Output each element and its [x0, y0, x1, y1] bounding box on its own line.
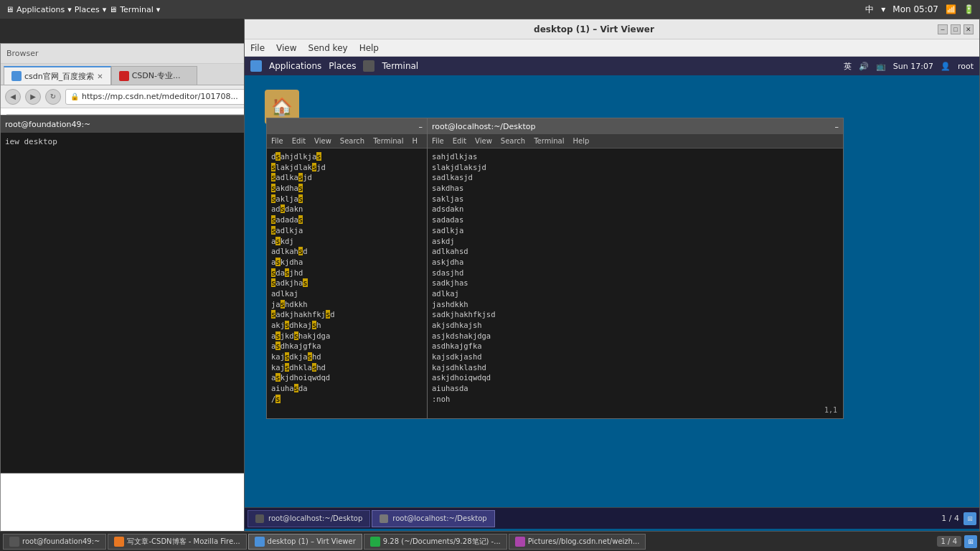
virt-menu-view[interactable]: View	[276, 43, 296, 53]
virt-viewer-controls: – □ ✕	[938, 24, 974, 34]
vm-taskbar-right: 1 / 4 ⊞	[941, 512, 976, 525]
url-text: https://mp.csdn.net/mdeditor/101708...	[82, 92, 238, 101]
vm-terminal-right-menubar: File Edit View Search Terminal Help	[428, 134, 843, 149]
vm-task2-icon	[380, 514, 388, 523]
vm-t2-search[interactable]: Search	[501, 137, 525, 145]
vm-taskbar-item1[interactable]: root@localhost:~/Desktop	[248, 510, 370, 527]
applications-arrow: ▾	[67, 5, 72, 14]
taskbar-item-doc[interactable]: 9.28 (~/Documents/9.28笔记) -...	[364, 534, 507, 550]
vm-terminal-right-title: root@localhost:~/Desktop	[432, 122, 535, 131]
virt-minimize-btn[interactable]: –	[938, 24, 948, 34]
taskbar-virt-icon	[255, 537, 265, 547]
vm-applications-label[interactable]: Applications	[269, 61, 321, 71]
vm-time: Sun 17:07	[893, 62, 933, 71]
vm-t2-minimize[interactable]: –	[835, 122, 839, 131]
tab1-close[interactable]: ✕	[97, 72, 103, 80]
back-button[interactable]: ◀	[5, 89, 21, 105]
terminal-left-title: root@foundation49:~	[5, 120, 90, 129]
virt-menu-help[interactable]: Help	[359, 43, 379, 53]
vm-task2-label: root@localhost:~/Desktop	[392, 514, 486, 522]
vm-screen-icon: 📺	[876, 62, 886, 71]
workspace-switcher-icon[interactable]: ⊞	[964, 535, 977, 548]
taskbar-item-terminal[interactable]: root@foundation49:~	[3, 534, 106, 550]
vm-terminal-label[interactable]: Terminal	[382, 61, 418, 71]
vm-t-minimize[interactable]: –	[419, 122, 423, 131]
vm-terminal-right-body[interactable]: sahjdlkjasslakjdlaksjdsadlkasjdsakdhassa…	[428, 149, 843, 418]
vm-terminal-icon	[363, 60, 374, 72]
taskbar-doc-label: 9.28 (~/Documents/9.28笔记) -...	[383, 537, 501, 547]
applications-menu[interactable]: 🖥 Applications ▾	[6, 5, 72, 14]
vm-t-view[interactable]: View	[314, 137, 331, 145]
vm-terminal-right: root@localhost:~/Desktop – File Edit Vie…	[428, 118, 844, 419]
topbar-right: 中 ▾ Mon 05:07 📶 🔋	[865, 4, 974, 16]
input-arrow: ▾	[881, 4, 885, 14]
input-method[interactable]: 中	[865, 4, 874, 16]
virt-viewer-window: desktop (1) – Virt Viewer – □ ✕ File Vie…	[244, 19, 980, 551]
virt-menu-sendkey[interactable]: Send key	[308, 43, 348, 53]
topbar-left: 🖥 Applications ▾ Places ▾ 🖥 Terminal ▾	[6, 5, 160, 14]
taskbar-firefox-label: 写文章-CSDN博客 - Mozilla Fire...	[127, 537, 240, 547]
terminal-menu[interactable]: 🖥 Terminal ▾	[109, 5, 160, 14]
vm-terminal-left-menubar: File Edit View Search Terminal H	[267, 134, 427, 149]
applications-label: Applications	[17, 5, 65, 14]
vm-desktop: Applications Places Terminal 英 🔊 📺 Sun 1…	[245, 57, 979, 529]
vm-taskbar: root@localhost:~/Desktop root@localhost:…	[245, 507, 979, 529]
vm-t-terminal[interactable]: Terminal	[373, 137, 403, 145]
taskbar-item-pic[interactable]: Pictures//blog.csdn.net/weizh...	[509, 534, 646, 550]
wifi-icon: 📶	[946, 4, 956, 14]
vm-t-edit[interactable]: Edit	[292, 137, 306, 145]
places-arrow: ▾	[103, 5, 107, 14]
lock-icon: 🔒	[70, 93, 79, 100]
virt-maximize-btn[interactable]: □	[951, 24, 961, 34]
vm-t2-terminal[interactable]: Terminal	[534, 137, 564, 145]
browser-tab-2[interactable]: CSDN-专业...	[111, 66, 197, 85]
terminal-icon: 🖥	[109, 5, 117, 14]
vm-workspace-icon[interactable]: ⊞	[963, 512, 976, 525]
vm-applications-icon	[250, 60, 262, 72]
taskbar-right: 1 / 4 ⊞	[937, 535, 977, 548]
vm-t-search[interactable]: Search	[340, 137, 364, 145]
vm-terminal-left-titlebar: –	[267, 118, 427, 134]
places-menu[interactable]: Places ▾	[75, 5, 107, 14]
vm-input-method[interactable]: 英	[844, 61, 852, 72]
taskbar-terminal-icon	[9, 537, 19, 547]
terminal-arrow: ▾	[156, 5, 161, 14]
virt-close-btn[interactable]: ✕	[963, 24, 974, 34]
places-label: Places	[75, 5, 100, 14]
vm-page-indicator: 1 / 4	[941, 514, 959, 523]
virt-viewer-titlebar: desktop (1) – Virt Viewer – □ ✕	[245, 19, 979, 39]
vm-terminal-right-titlebar: root@localhost:~/Desktop –	[428, 118, 843, 134]
taskbar-terminal-label: root@foundation49:~	[22, 537, 100, 545]
forward-button[interactable]: ▶	[25, 89, 41, 105]
taskbar-pic-icon	[515, 537, 525, 547]
vm-t-h[interactable]: H	[412, 137, 418, 145]
virt-viewer-title: desktop (1) – Virt Viewer	[250, 24, 938, 34]
taskbar-item-virt[interactable]: desktop (1) – Virt Viewer	[248, 534, 362, 550]
taskbar-virt-label: desktop (1) – Virt Viewer	[268, 537, 356, 545]
vm-user: root	[958, 62, 974, 71]
vm-terminal-left: – File Edit View Search Terminal H dsahj…	[266, 118, 428, 419]
vm-t2-view[interactable]: View	[475, 137, 492, 145]
taskbar-doc-icon	[370, 537, 380, 547]
battery-icon: 🔋	[963, 4, 974, 14]
browser-tab-1[interactable]: csdn官网_百度搜索 ✕	[4, 66, 111, 85]
vm-task1-label: root@localhost:~/Desktop	[268, 514, 362, 522]
tab2-title: CSDN-专业...	[132, 70, 181, 81]
virt-menu-file[interactable]: File	[250, 43, 265, 53]
reload-button[interactable]: ↻	[45, 89, 61, 105]
vm-volume-icon: 🔊	[859, 62, 869, 71]
vm-t2-help[interactable]: Help	[573, 137, 589, 145]
main-taskbar: root@foundation49:~ 写文章-CSDN博客 - Mozilla…	[0, 531, 980, 551]
tab1-icon	[11, 71, 22, 81]
vm-t-file[interactable]: File	[271, 137, 283, 145]
vm-places-label[interactable]: Places	[329, 61, 356, 71]
vm-taskbar-item2[interactable]: root@localhost:~/Desktop	[372, 510, 494, 527]
main-page-indicator: 1 / 4	[937, 536, 961, 547]
vm-terminal-left-body[interactable]: dsahjdlkjasslakjdlaksjdsadlkasjdsakdhass…	[267, 149, 427, 418]
vm-t2-edit[interactable]: Edit	[453, 137, 466, 145]
vm-terminal-left-controls: –	[419, 122, 423, 131]
taskbar-item-firefox[interactable]: 写文章-CSDN博客 - Mozilla Fire...	[108, 534, 246, 550]
taskbar-firefox-icon	[114, 537, 124, 547]
vm-t2-file[interactable]: File	[432, 137, 444, 145]
vm-topbar-right: 英 🔊 📺 Sun 17:07 👤 root	[844, 61, 974, 72]
